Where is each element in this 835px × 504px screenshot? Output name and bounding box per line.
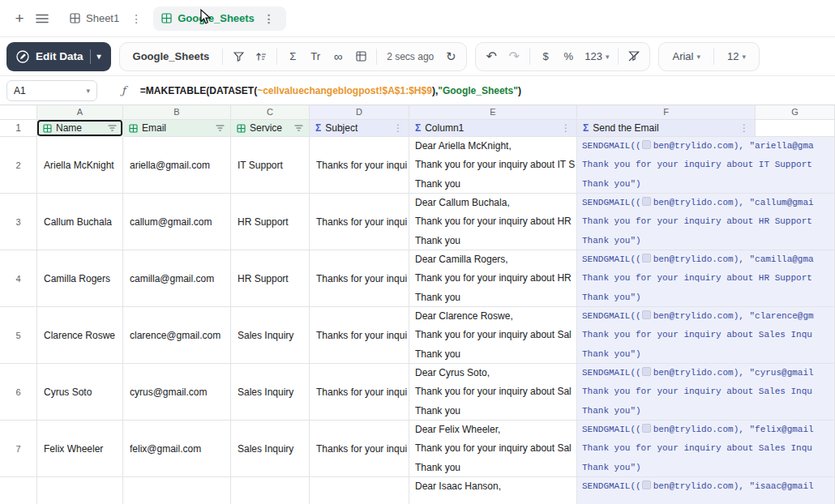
column-header-d[interactable]: D <box>310 105 409 120</box>
cell-subject[interactable]: Thanks for your inqui <box>310 364 409 421</box>
cell-send-email[interactable]: SENDGMAIL((ben@trylido.com), "isaac@gmai… <box>577 477 835 504</box>
font-family-select[interactable]: Arial ▾ <box>664 45 709 68</box>
cell-service[interactable]: HR Support <box>231 250 310 307</box>
column-header-c[interactable]: C <box>231 105 310 120</box>
cell-email[interactable]: cyrus@gmail.com <box>123 364 231 421</box>
cell-service[interactable]: IT Support <box>231 137 310 194</box>
link-button[interactable]: ∞ <box>328 45 349 68</box>
row-number[interactable]: 7 <box>0 421 37 477</box>
cell-email[interactable]: ariella@gmail.com <box>123 137 231 194</box>
header-cell-email[interactable]: Email <box>123 120 231 137</box>
sort-button[interactable] <box>250 45 272 68</box>
sum-button[interactable]: Σ <box>282 45 303 68</box>
column-menu-icon[interactable]: ⋮ <box>739 122 749 134</box>
edit-data-button[interactable]: Edit Data ▾ <box>6 42 111 71</box>
cell-line: Thank you") <box>577 175 834 194</box>
cell-email[interactable]: felix@gmail.com <box>123 421 231 477</box>
cell-subject[interactable]: Thanks for your inqui <box>310 307 409 364</box>
cell-name[interactable]: Cyrus Soto <box>37 364 123 421</box>
cell-column1[interactable]: Dear Cyrus Soto, Thank you for your inqu… <box>409 364 577 421</box>
column-menu-icon[interactable]: ⋮ <box>561 122 571 134</box>
row-number[interactable]: 3 <box>0 194 37 250</box>
cell-name[interactable]: Clarence Roswe <box>37 307 123 364</box>
cell-send-email[interactable]: SENDGMAIL((ben@trylido.com), "callum@gma… <box>577 194 835 250</box>
cell-name[interactable]: Camilla Rogers <box>37 250 123 307</box>
cell-column1[interactable]: Dear Felix Wheeler, Thank you for your i… <box>409 421 577 477</box>
cell-name[interactable]: Ariella McKnight <box>37 137 123 194</box>
header-cell-column1[interactable]: Σ Column1 ⋮ <box>409 120 577 137</box>
cell-send-email[interactable]: SENDGMAIL((ben@trylido.com), "camilla@gm… <box>577 250 835 307</box>
column-filter-icon[interactable] <box>108 124 117 132</box>
undo-button[interactable]: ↶ <box>481 45 502 68</box>
row-number[interactable]: 5 <box>0 307 37 364</box>
row-number[interactable] <box>0 477 37 504</box>
column-header-b[interactable]: B <box>123 105 231 120</box>
currency-format-button[interactable]: $ <box>535 45 556 68</box>
cell-column1[interactable]: Dear Camilla Rogers, Thank you for your … <box>409 250 577 307</box>
add-sheet-button[interactable]: + <box>8 7 31 30</box>
refresh-button[interactable]: ↻ <box>440 45 461 68</box>
cell-column1[interactable]: Dear Ariella McKnight, Thank you for you… <box>409 137 577 194</box>
tab-google-sheets[interactable]: Google_Sheets ⋮ <box>153 6 286 31</box>
sheet1-options-icon[interactable]: ⋮ <box>127 12 145 25</box>
column-header-a[interactable]: A <box>37 105 123 120</box>
column-header-g[interactable]: G <box>756 105 835 120</box>
cell-email[interactable]: camilla@gmail.com <box>123 250 231 307</box>
redo-button[interactable]: ↷ <box>503 45 525 68</box>
sendgmail-fn: SENDGMAIL(( <box>582 141 641 151</box>
header-cell-service[interactable]: Service <box>231 120 310 137</box>
cell-name[interactable]: Callum Buchala <box>37 194 123 250</box>
cell-service[interactable]: Sales Inquiry <box>231 364 310 421</box>
formula-input[interactable]: =MAKETABLE(DATASET(~cellvaluechangeblogp… <box>140 85 521 96</box>
column-filter-icon[interactable] <box>294 124 303 132</box>
cell-column1[interactable]: Dear Isaac Hanson, <box>409 477 577 504</box>
cell-email[interactable]: callum@gmail.com <box>123 194 231 250</box>
cell-send-email[interactable]: SENDGMAIL((ben@trylido.com), "cyrus@gmai… <box>577 364 835 421</box>
select-all-corner[interactable] <box>0 105 37 120</box>
cell-service[interactable]: HR Support <box>231 194 310 250</box>
column-filter-icon[interactable] <box>216 124 225 132</box>
row-number[interactable]: 1 <box>0 120 37 137</box>
cell-send-email[interactable]: SENDGMAIL((ben@trylido.com), "felix@gmai… <box>577 421 835 477</box>
row-number[interactable]: 6 <box>0 364 37 421</box>
cell-email[interactable] <box>123 477 231 504</box>
column-header-f[interactable]: F <box>577 105 756 120</box>
header-cell-subject[interactable]: Σ Subject ⋮ <box>310 120 409 137</box>
number-format-button[interactable]: 123 ▾ <box>580 45 613 68</box>
row-number[interactable]: 4 <box>0 250 37 307</box>
cell-subject[interactable]: Thanks for your inqui <box>310 194 409 250</box>
cell-service[interactable] <box>231 477 310 504</box>
sheet-menu-icon[interactable] <box>31 7 54 30</box>
text-format-button[interactable]: Tr <box>305 45 326 68</box>
filter-button[interactable] <box>228 45 249 68</box>
cell-send-email[interactable]: SENDGMAIL((ben@trylido.com), "clarence@g… <box>577 307 835 364</box>
cell-subject[interactable]: Thanks for your inqui <box>310 137 409 194</box>
edit-data-caret-icon[interactable]: ▾ <box>97 52 101 61</box>
header-label: Email <box>142 122 212 134</box>
insert-table-button[interactable] <box>350 45 371 68</box>
cell-subject[interactable]: Thanks for your inqui <box>310 250 409 307</box>
google-sheets-options-icon[interactable]: ⋮ <box>260 12 278 25</box>
font-size-select[interactable]: 12 ▾ <box>719 45 754 68</box>
tab-sheet1[interactable]: Sheet1 <box>62 6 127 30</box>
active-table-name[interactable]: Google_Sheets <box>125 45 218 68</box>
cell-column1[interactable]: Dear Clarence Roswe, Thank you for your … <box>409 307 577 364</box>
row-number[interactable]: 2 <box>0 137 37 194</box>
cell-subject[interactable] <box>310 477 409 504</box>
cell-name[interactable]: Felix Wheeler <box>37 421 123 477</box>
column-menu-icon[interactable]: ⋮ <box>393 122 403 134</box>
percent-format-button[interactable]: % <box>558 45 579 68</box>
cell-email[interactable]: clarence@gmail.com <box>123 307 231 364</box>
column-header-e[interactable]: E <box>409 105 577 120</box>
cell-column1[interactable]: Dear Callum Buchala, Thank you for your … <box>409 194 577 250</box>
name-box[interactable]: A1 ▾ <box>6 80 97 101</box>
header-cell-send-email[interactable]: Σ Send the Email ⋮ <box>577 120 756 137</box>
header-cell-name[interactable]: Name <box>37 120 123 137</box>
clear-filter-button[interactable] <box>623 45 644 68</box>
header-cell-empty[interactable] <box>756 120 835 137</box>
cell-service[interactable]: Sales Inquiry <box>231 307 310 364</box>
cell-subject[interactable]: Thanks for your inqui <box>310 421 409 477</box>
cell-service[interactable]: Sales Inquiry <box>231 421 310 477</box>
cell-send-email[interactable]: SENDGMAIL((ben@trylido.com), "ariella@gm… <box>577 137 835 194</box>
cell-name[interactable] <box>37 477 123 504</box>
